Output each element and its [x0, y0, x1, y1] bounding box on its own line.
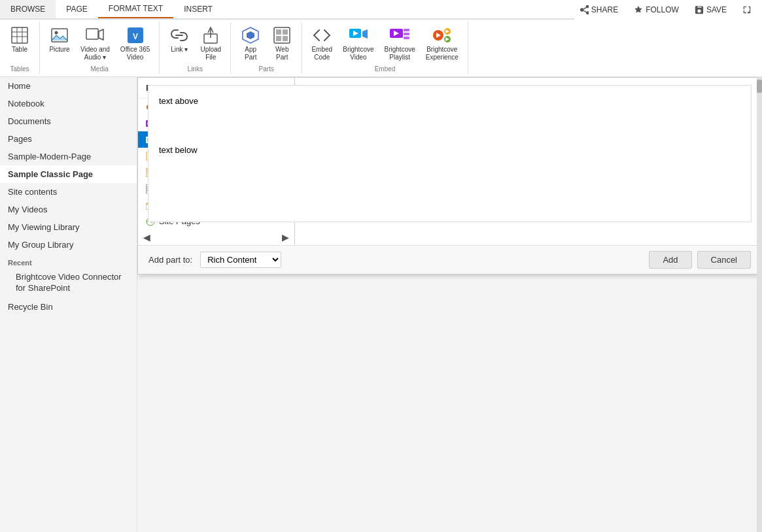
svg-point-6	[55, 31, 58, 35]
cancel-button[interactable]: Cancel	[697, 251, 751, 269]
add-part-label: Add part to:	[148, 255, 192, 265]
sidebar-item-notebook[interactable]: Notebook	[0, 95, 137, 112]
svg-rect-20	[283, 36, 288, 41]
follow-button[interactable]: FOLLOW	[629, 3, 684, 17]
svg-rect-25	[404, 29, 409, 31]
office365-label: Office 365 Video	[120, 46, 150, 61]
save-button[interactable]: SAVE	[689, 3, 732, 17]
link-button[interactable]: Link ▾	[165, 22, 194, 64]
brightcove-experience-ribbon-icon	[432, 25, 453, 46]
sidebar-item-my-viewing-library[interactable]: My Viewing Library	[0, 218, 137, 236]
sidebar-item-my-videos[interactable]: My Videos	[0, 201, 137, 218]
ribbon-group-tables: Table Tables	[0, 22, 40, 74]
sidebar-item-sample-modern-page[interactable]: Sample-Modern-Page	[0, 148, 137, 165]
office365-icon: V	[126, 26, 145, 44]
tab-insert[interactable]: INSERT	[173, 0, 223, 18]
add-part-select[interactable]: Rich Content	[200, 252, 281, 268]
tab-format-text[interactable]: FORMAT TEXT	[98, 0, 173, 18]
web-part-icon	[273, 26, 291, 44]
sidebar-item-my-group-library[interactable]: My Group Library	[0, 236, 137, 254]
web-part-button[interactable]: Web Part	[268, 22, 296, 64]
table-button[interactable]: Table	[5, 22, 34, 64]
share-button[interactable]: SHARE	[574, 3, 623, 17]
parts-prev-button[interactable]: ◀	[143, 232, 150, 242]
ribbon-group-embed: Embed Code Brightcove Video	[302, 22, 468, 74]
scrollbar[interactable]	[757, 77, 762, 532]
video-audio-label: Video and Audio ▾	[80, 46, 110, 61]
brightcove-playlist-ribbon-button[interactable]: Brightcove Playlist	[381, 22, 419, 64]
ribbon-group-links: Link ▾ Upload File Links	[160, 22, 231, 74]
ribbon-group-parts: App Part Web Part Parts	[231, 22, 302, 74]
tab-page[interactable]: PAGE	[56, 0, 97, 18]
sidebar-item-home[interactable]: Home	[0, 77, 137, 95]
upload-file-label: Upload File	[200, 46, 221, 61]
add-button[interactable]: Add	[649, 251, 691, 269]
table-icon	[10, 26, 29, 44]
svg-rect-7	[86, 29, 98, 39]
page-content-area: text above text below	[137, 77, 762, 532]
embed-code-label: Embed Code	[311, 46, 332, 61]
video-audio-icon	[86, 26, 104, 44]
brightcove-experience-ribbon-label: Brightcove Experience	[426, 46, 459, 61]
link-label: Link ▾	[171, 46, 188, 54]
tables-group-label: Tables	[5, 65, 34, 74]
svg-rect-0	[12, 27, 27, 43]
sidebar-item-sample-classic-page[interactable]: Sample Classic Page	[0, 165, 137, 183]
recent-section-label: Recent	[0, 254, 137, 268]
parts-nav: ◀ ▶	[138, 229, 294, 245]
picture-button[interactable]: Picture	[45, 22, 74, 64]
svg-rect-18	[283, 29, 288, 35]
sidebar-item-recycle-bin[interactable]: Recycle Bin	[0, 298, 137, 316]
upload-file-button[interactable]: Upload File	[196, 22, 225, 64]
page-content-box[interactable]: text above text below	[148, 85, 752, 222]
picture-label: Picture	[49, 46, 69, 54]
web-part-label: Web Part	[275, 46, 288, 61]
embed-code-icon	[313, 26, 331, 44]
text-below: text below	[159, 145, 740, 155]
sidebar-item-brightcove-connector[interactable]: Brightcove Video Connector for SharePoin…	[0, 268, 137, 298]
link-icon	[170, 26, 188, 44]
svg-rect-17	[276, 29, 281, 35]
ribbon-group-media: Picture Video and Audio ▾ V Offi	[40, 22, 160, 74]
embed-group-label: Embed	[307, 65, 462, 74]
links-group-label: Links	[165, 65, 225, 74]
svg-marker-8	[99, 29, 103, 40]
video-audio-button[interactable]: Video and Audio ▾	[77, 22, 114, 64]
sidebar-item-documents[interactable]: Documents	[0, 112, 137, 130]
table-label: Table	[12, 46, 27, 54]
brightcove-playlist-ribbon-label: Brightcove Playlist	[385, 46, 415, 61]
media-group-label: Media	[45, 65, 154, 74]
brightcove-video-ribbon-button[interactable]: Brightcove Video	[339, 22, 377, 64]
embed-code-button[interactable]: Embed Code	[307, 22, 336, 64]
share-icon	[580, 5, 589, 14]
picture-icon	[50, 26, 69, 44]
svg-marker-15	[247, 31, 254, 39]
svg-text:V: V	[133, 32, 138, 41]
brightcove-connector-label: Brightcove Video Connector for SharePoin…	[16, 272, 129, 294]
svg-rect-27	[404, 37, 409, 39]
app-part-button[interactable]: App Part	[236, 22, 265, 64]
app-part-label: App Part	[245, 46, 256, 61]
follow-label: FOLLOW	[646, 5, 679, 14]
svg-rect-19	[276, 36, 281, 41]
ribbon-insert-content: Table Tables Picture Video and Audio ▾	[0, 20, 762, 76]
brightcove-video-ribbon-label: Brightcove Video	[343, 46, 373, 61]
parts-group-label: Parts	[236, 65, 296, 74]
svg-rect-26	[404, 33, 409, 35]
dialog-footer: Add part to: Rich Content Add Cancel	[138, 245, 761, 274]
sidebar-item-site-contents[interactable]: Site contents	[0, 183, 137, 201]
brightcove-video-ribbon-icon	[348, 25, 369, 46]
parts-next-button[interactable]: ▶	[282, 232, 289, 242]
tab-browse[interactable]: BROWSE	[0, 0, 56, 18]
sidebar-item-pages[interactable]: Pages	[0, 130, 137, 148]
save-label: SAVE	[706, 5, 727, 14]
ribbon: BROWSE PAGE FORMAT TEXT INSERT SHARE FOL…	[0, 0, 762, 77]
share-label: SHARE	[591, 5, 618, 14]
brightcove-experience-ribbon-button[interactable]: Brightcove Experience	[422, 22, 462, 64]
office365-button[interactable]: V Office 365 Video	[116, 22, 154, 64]
scrollbar-thumb[interactable]	[757, 80, 762, 93]
maximize-button[interactable]	[737, 3, 757, 17]
save-icon	[695, 5, 704, 14]
maximize-icon	[742, 5, 752, 14]
upload-icon	[201, 26, 220, 44]
